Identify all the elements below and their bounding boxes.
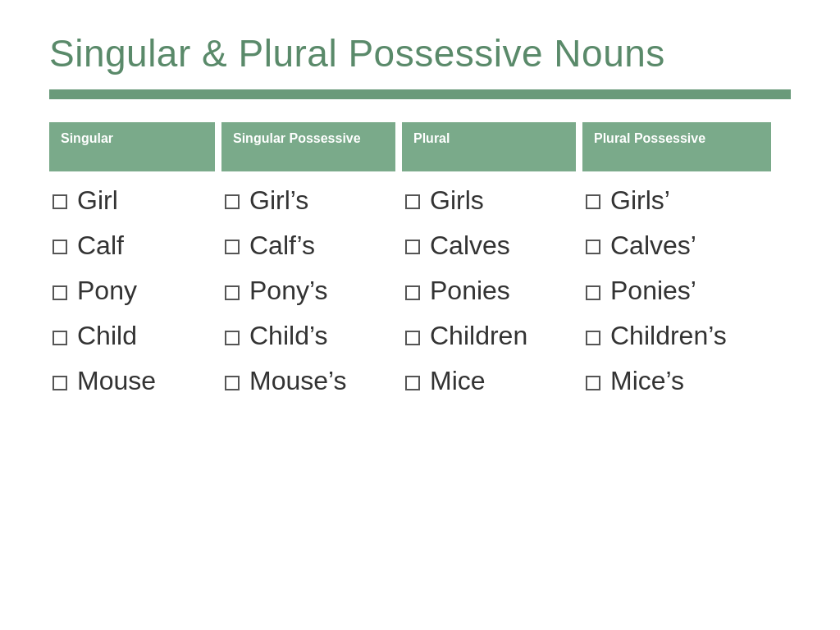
col-items-3: Girls’Calves’Ponies’Children’sMice’s [582,178,771,404]
row-item-2-1: Calves [402,223,582,268]
row-item-0-0: Girl [49,178,221,223]
row-item-1-2: Pony’s [221,268,402,313]
row-item-0-4: Mouse [49,358,221,404]
checkbox-1-0[interactable] [225,194,240,209]
item-label-3-2: Ponies’ [610,273,696,308]
col-items-1: Girl’sCalf’sPony’sChild’sMouse’s [221,178,402,404]
slide: Singular & Plural Possessive Nouns Singu… [0,0,840,630]
column-2: PluralGirlsCalvesPoniesChildrenMice [402,122,582,597]
item-label-1-0: Girl’s [249,183,308,218]
row-item-2-4: Mice [402,358,582,404]
row-item-2-0: Girls [402,178,582,223]
checkbox-1-4[interactable] [225,376,240,390]
row-item-1-0: Girl’s [221,178,402,223]
checkbox-0-0[interactable] [52,194,67,209]
row-item-3-1: Calves’ [582,223,771,268]
item-label-1-4: Mouse’s [249,363,347,399]
checkbox-2-0[interactable] [405,194,420,209]
checkbox-3-3[interactable] [586,331,600,345]
column-0: SingularGirlCalfPonyChildMouse [49,122,221,597]
item-label-2-4: Mice [430,363,486,399]
checkbox-3-0[interactable] [586,194,600,209]
item-label-2-0: Girls [430,183,484,218]
item-label-1-1: Calf’s [249,228,315,263]
row-item-3-4: Mice’s [582,358,771,404]
item-label-3-1: Calves’ [610,228,696,263]
row-item-0-3: Child [49,313,221,358]
checkbox-0-1[interactable] [52,240,67,254]
checkbox-2-2[interactable] [405,285,420,300]
col-items-2: GirlsCalvesPoniesChildrenMice [402,178,582,404]
checkbox-1-3[interactable] [225,331,240,345]
col-header-1: Singular Possessive [221,122,395,171]
row-item-2-3: Children [402,313,582,358]
row-item-1-1: Calf’s [221,223,402,268]
row-item-3-3: Children’s [582,313,771,358]
item-label-2-1: Calves [430,228,510,263]
item-label-3-3: Children’s [610,318,727,354]
column-3: Plural PossessiveGirls’Calves’Ponies’Chi… [582,122,771,597]
checkbox-3-2[interactable] [586,285,600,300]
checkbox-2-3[interactable] [405,331,420,345]
row-item-0-1: Calf [49,223,221,268]
checkbox-1-1[interactable] [225,240,240,254]
table-area: SingularGirlCalfPonyChildMouseSingular P… [49,122,791,597]
item-label-0-3: Child [77,318,137,354]
checkbox-1-2[interactable] [225,285,240,300]
row-item-1-3: Child’s [221,313,402,358]
item-label-0-0: Girl [77,183,118,218]
row-item-2-2: Ponies [402,268,582,313]
item-label-2-2: Ponies [430,273,510,308]
slide-title: Singular & Plural Possessive Nouns [49,33,791,75]
col-header-0: Singular [49,122,215,171]
row-item-3-0: Girls’ [582,178,771,223]
item-label-2-3: Children [430,318,527,354]
checkbox-2-1[interactable] [405,240,420,254]
item-label-1-2: Pony’s [249,273,327,308]
item-label-0-4: Mouse [77,363,156,399]
checkbox-2-4[interactable] [405,376,420,390]
col-header-3: Plural Possessive [582,122,771,171]
item-label-0-2: Pony [77,273,137,308]
row-item-0-2: Pony [49,268,221,313]
row-item-3-2: Ponies’ [582,268,771,313]
item-label-1-3: Child’s [249,318,327,354]
column-1: Singular PossessiveGirl’sCalf’sPony’sChi… [221,122,402,597]
col-items-0: GirlCalfPonyChildMouse [49,178,221,404]
checkbox-3-4[interactable] [586,376,600,390]
checkbox-0-3[interactable] [52,331,67,345]
row-item-1-4: Mouse’s [221,358,402,404]
item-label-3-4: Mice’s [610,363,684,399]
item-label-0-1: Calf [77,228,124,263]
col-header-2: Plural [402,122,576,171]
accent-bar [49,89,791,99]
item-label-3-0: Girls’ [610,183,670,218]
checkbox-3-1[interactable] [586,240,600,254]
checkbox-0-4[interactable] [52,376,67,390]
checkbox-0-2[interactable] [52,285,67,300]
